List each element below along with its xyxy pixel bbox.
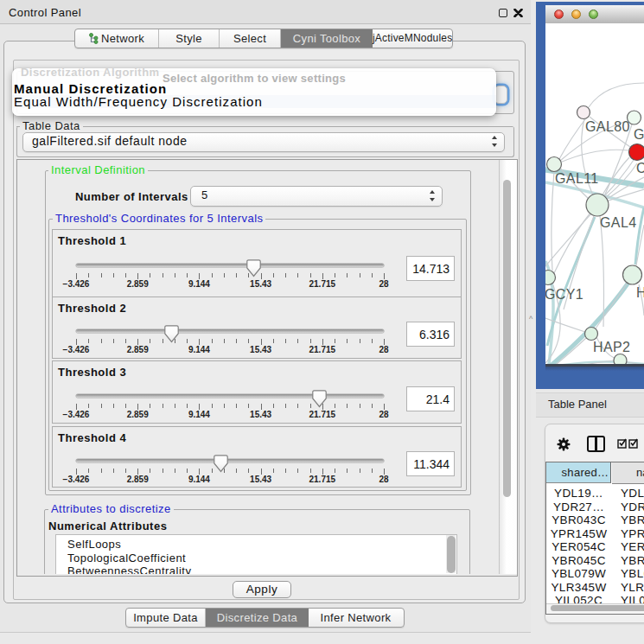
svg-text:HAP2: HAP2	[593, 340, 630, 354]
svg-text:GAL80: GAL80	[585, 119, 630, 134]
svg-text:GAL4: GAL4	[600, 215, 637, 230]
svg-text:C: C	[636, 161, 644, 175]
svg-text:GAL11: GAL11	[555, 171, 599, 186]
svg-text:GA: GA	[634, 127, 644, 142]
svg-text:H: H	[636, 285, 644, 300]
svg-text:GCY1: GCY1	[545, 287, 583, 302]
